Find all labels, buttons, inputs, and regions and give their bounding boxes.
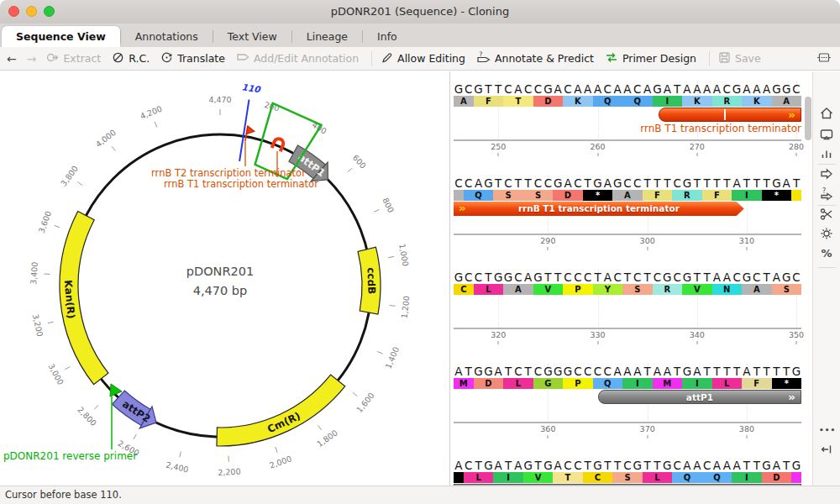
ruler-tick <box>548 435 549 438</box>
amino-acid-cell: R <box>672 190 701 201</box>
nucleotide-sequence[interactable]: ATGGATCTCGGGCCCCAAATAATGATTTTATTTTG <box>454 365 801 378</box>
scrollbar-thumb[interactable] <box>805 97 811 140</box>
add-edit-annotation-button[interactable]: Add/Edit Annotation <box>236 51 359 66</box>
predict-annotation-icon[interactable]: ? <box>819 187 834 202</box>
collapse-panel-icon[interactable] <box>819 442 834 457</box>
sequence-row[interactable]: ACTGATAGTGACCTGTTCGTTGCAACAAATTGATGLIVTC… <box>454 456 801 486</box>
ruler-number: 350 <box>789 330 804 339</box>
forward-button[interactable]: → <box>27 52 37 66</box>
tab-annotations[interactable]: Annotations <box>121 26 213 47</box>
primer-label: pDONR201 reverse primer <box>3 450 137 462</box>
translation-row: CLAVPYSRVNAS <box>454 284 801 295</box>
reverse-complement-icon <box>112 51 124 66</box>
amino-acid-cell: I <box>682 378 711 389</box>
ruler-number: 260 <box>590 142 605 151</box>
minimize-window-button[interactable] <box>26 6 37 17</box>
amino-acid-cell: * <box>772 378 801 389</box>
map-tick <box>112 146 115 151</box>
map-tick <box>348 168 352 172</box>
ruler-line <box>454 139 801 141</box>
tab-sequence-view[interactable]: Sequence View <box>2 26 120 47</box>
amino-acid-cell: G <box>533 378 563 389</box>
map-tick <box>134 434 136 439</box>
amino-acid-cell: D <box>533 96 563 107</box>
gear-icon[interactable] <box>819 226 834 241</box>
amino-acid-cell: T <box>553 472 582 483</box>
amino-acid-cell <box>454 190 464 201</box>
ruler-tick <box>746 435 747 438</box>
amino-acid-cell: M <box>454 378 474 389</box>
annotation-label: attP1 <box>599 391 801 404</box>
sequence-row[interactable]: CCAGTCTTCCGACTGAGCCTTTCGTTTTATTTGATQSSD*… <box>454 174 801 268</box>
display-icon[interactable] <box>819 127 834 142</box>
terminator-label: rrnB T2 transcription terminator <box>151 167 306 179</box>
tab-lineage[interactable]: Lineage <box>292 26 362 47</box>
ruler-tick <box>796 341 797 344</box>
plasmid-map[interactable]: attP1ccdBCm(R)attP2Kan(R)2004006008001,0… <box>0 71 450 486</box>
amino-acid-cell: F <box>474 96 503 107</box>
reverse-complement-button[interactable]: R.C. <box>112 51 150 66</box>
amino-acid-cell: F <box>702 190 732 201</box>
sequence-row[interactable]: ATGGATCTCGGGCCCCAAATAATGATTTTATTTTGMDLGP… <box>454 362 801 456</box>
amino-acid-cell: Q <box>464 190 493 201</box>
toolbar-separator <box>709 51 710 66</box>
panel-layout-button[interactable] <box>816 50 832 67</box>
terminator-icon[interactable] <box>245 126 255 143</box>
terminator-icon[interactable] <box>272 138 285 152</box>
map-tick <box>65 367 70 370</box>
back-button[interactable]: ← <box>7 52 17 66</box>
zoom-window-button[interactable] <box>44 6 55 17</box>
map-tick <box>388 256 394 257</box>
annotation-bar[interactable]: ›› <box>659 108 801 122</box>
nucleotide-sequence[interactable]: GCCTGGCAGTTCCCTACTCTCGCGTTAACGCTAGC <box>454 270 801 284</box>
translation-row: LIVTCSLQQID <box>454 472 801 483</box>
vertical-scrollbar[interactable] <box>804 71 812 486</box>
ruler-number: 270 <box>690 142 705 151</box>
extract-button[interactable]: Extract <box>46 51 101 66</box>
amino-acid-cell: I <box>732 472 761 483</box>
sequence-view-panel[interactable]: GCGTTCACCGACAAACAACAGATAAAACGAAAGGCAFTDK… <box>451 71 804 486</box>
home-icon[interactable] <box>819 106 834 121</box>
bar-chart-icon[interactable] <box>819 146 834 161</box>
ruler-number: 300 <box>640 236 655 245</box>
nucleotide-sequence[interactable]: ACTGATAGTGACCTGTTCGTTGCAACAAATTGATG <box>454 459 801 472</box>
amino-acid-cell: P <box>563 284 592 295</box>
ruler-tick <box>647 247 648 250</box>
tab-info[interactable]: Info <box>363 26 412 47</box>
primer-design-button[interactable]: Primer Design <box>605 51 696 66</box>
map-tick <box>155 122 157 128</box>
plasmid-map-panel[interactable]: attP1ccdBCm(R)attP2Kan(R)2004006008001,0… <box>0 71 450 486</box>
toolbar: ← → Extract R.C. Translate Add/Edit Anno… <box>0 47 840 71</box>
amino-acid-cell: Q <box>702 472 732 483</box>
amino-acid-cell: S <box>772 284 801 295</box>
nucleotide-sequence[interactable]: CCAGTCTTCCGACTGAGCCTTTCGTTTTATTTGAT <box>454 176 801 190</box>
amino-acid-cell: N <box>712 284 742 295</box>
scissors-icon[interactable] <box>819 207 834 222</box>
translate-button[interactable]: Translate <box>160 51 225 66</box>
ruler-tick <box>498 153 499 156</box>
map-tick <box>377 352 382 354</box>
amino-acid-cell: K <box>682 96 711 107</box>
amino-acid-cell: * <box>762 190 791 201</box>
amino-acid-cell: Q <box>622 96 652 107</box>
allow-editing-button[interactable]: Allow Editing <box>381 51 465 66</box>
annotation-bar[interactable]: ››rrnB T1 transcription terminator <box>454 202 744 216</box>
amino-acid-cell: V <box>523 472 553 483</box>
arrow-annotation-icon[interactable] <box>819 166 834 181</box>
annotate-predict-button[interactable]: ? Annotate & Predict <box>476 50 594 66</box>
nucleotide-sequence[interactable]: GCGTTCACCGACAAACAACAGATAAAACGAAAGGC <box>454 82 801 96</box>
more-options-icon[interactable]: ••• <box>819 423 834 438</box>
percent-icon[interactable]: % <box>819 246 834 261</box>
amino-acid-cell: C <box>454 284 474 295</box>
title-bar: pDONR201 (Sequence) - Cloning <box>0 0 840 24</box>
sequence-row[interactable]: GCGTTCACCGACAAACAACAGATAAAACGAAAGGCAFTDK… <box>454 80 801 174</box>
tab-text-view[interactable]: Text View <box>213 26 291 47</box>
close-window-button[interactable] <box>8 6 19 17</box>
plasmid-size: 4,470 bp <box>193 284 248 297</box>
sequence-row[interactable]: GCCTGGCAGTTCCCTACTCTCGCGTTAACGCTAGCCLAVP… <box>454 268 801 362</box>
save-button[interactable]: Save <box>718 51 761 66</box>
strip-separator <box>818 267 836 268</box>
ruler-tick <box>597 341 598 344</box>
annotation-bar[interactable]: ››attP1 <box>598 390 801 404</box>
map-tick-label: 4,000 <box>94 128 118 149</box>
